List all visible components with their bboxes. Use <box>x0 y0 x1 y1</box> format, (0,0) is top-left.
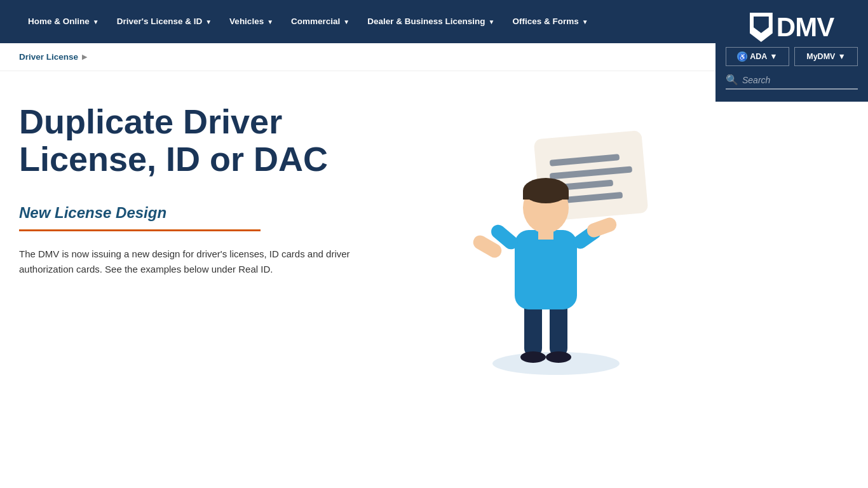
nav-commercial[interactable]: Commercial ▼ <box>282 0 358 43</box>
nav-dealer-business-label: Dealer & Business Licensing <box>367 0 485 43</box>
nav-commercial-label: Commercial <box>291 0 340 43</box>
nav-vehicles-chevron: ▼ <box>267 1 273 44</box>
section-text: The DMV is now issuing a new design for … <box>19 247 375 277</box>
breadcrumb-bar: Driver License ▶ <box>0 43 715 71</box>
page-title: Duplicate Driver License, ID or DAC <box>19 103 375 179</box>
ada-label: ADA <box>750 52 767 61</box>
mydmv-chevron: ▼ <box>837 52 845 61</box>
breadcrumb-driver-license[interactable]: Driver License <box>19 52 78 62</box>
logo-inner: DMV <box>726 13 858 42</box>
svg-rect-17 <box>523 191 569 200</box>
section-divider <box>19 229 261 231</box>
nav-drivers-license-label: Driver's License & ID <box>117 0 203 43</box>
breadcrumb-separator: ▶ <box>82 53 87 61</box>
nav-vehicles-label: Vehicles <box>229 0 264 43</box>
main-content: Duplicate Driver License, ID or DAC New … <box>0 71 715 402</box>
main-nav: Home & Online ▼ Driver's License & ID ▼ … <box>0 0 868 43</box>
logo-flag-icon <box>750 13 773 42</box>
search-bar: 🔍 <box>726 71 858 90</box>
mydmv-button[interactable]: MyDMV ▼ <box>794 47 858 66</box>
nav-offices-forms[interactable]: Offices & Forms ▼ <box>504 0 597 43</box>
nav-dealer-business-chevron: ▼ <box>489 1 495 44</box>
nav-commercial-chevron: ▼ <box>343 1 349 44</box>
svg-point-9 <box>546 351 571 363</box>
nav-drivers-license-chevron: ▼ <box>205 1 212 44</box>
logo-area: DMV ♿ ADA ▼ MyDMV ▼ 🔍 <box>715 0 868 102</box>
nav-home-online-chevron: ▼ <box>93 1 99 44</box>
nav-home-online-label: Home & Online <box>28 0 90 43</box>
logo-text: DMV <box>776 14 834 41</box>
svg-point-8 <box>520 351 546 363</box>
nav-vehicles[interactable]: Vehicles ▼ <box>220 0 282 43</box>
search-icon: 🔍 <box>726 74 738 86</box>
svg-rect-10 <box>515 230 577 309</box>
content-right <box>400 103 674 370</box>
nav-drivers-license[interactable]: Driver's License & ID ▼ <box>108 0 220 43</box>
logo-buttons: ♿ ADA ▼ MyDMV ▼ <box>726 47 858 66</box>
mydmv-label: MyDMV <box>806 52 835 61</box>
ada-chevron: ▼ <box>770 52 777 61</box>
ada-button[interactable]: ♿ ADA ▼ <box>726 47 789 66</box>
content-left: Duplicate Driver License, ID or DAC New … <box>19 103 375 370</box>
breadcrumb: Driver License ▶ <box>19 52 696 62</box>
nav-dealer-business[interactable]: Dealer & Business Licensing ▼ <box>358 0 503 43</box>
nav-home-online[interactable]: Home & Online ▼ <box>19 0 108 43</box>
ada-icon: ♿ <box>737 51 747 62</box>
illustration <box>416 103 658 370</box>
search-input[interactable] <box>742 75 858 85</box>
section-title: New License Design <box>19 204 375 222</box>
svg-rect-14 <box>585 215 619 239</box>
nav-offices-forms-label: Offices & Forms <box>513 0 579 43</box>
nav-offices-forms-chevron: ▼ <box>582 1 588 44</box>
svg-rect-18 <box>538 228 553 240</box>
